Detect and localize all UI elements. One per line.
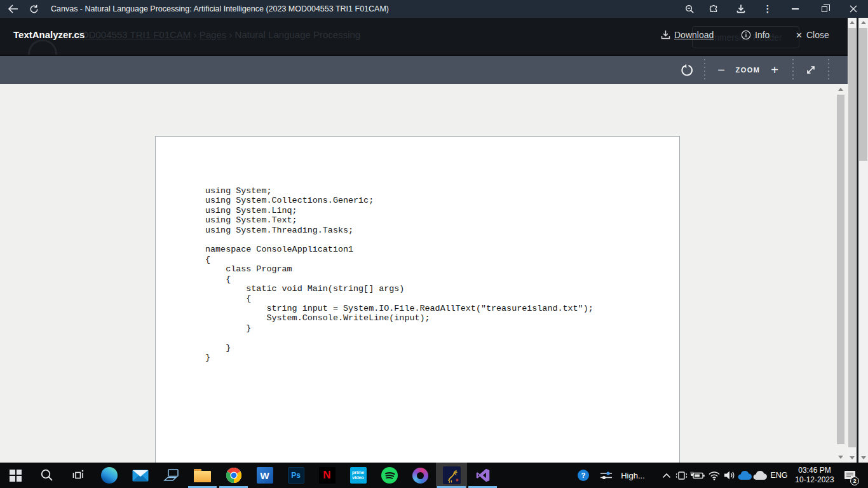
language-indicator[interactable]: ENG xyxy=(768,463,790,488)
taskbar-photoshop-button[interactable]: Ps xyxy=(280,463,311,488)
minimize-button[interactable] xyxy=(780,0,810,18)
taskbar-netflix-button[interactable]: N xyxy=(311,463,342,488)
mail-icon xyxy=(132,470,149,482)
breadcrumb-current: Natural Language Processing xyxy=(235,29,361,40)
info-icon xyxy=(741,30,751,40)
viewer-scrollbar[interactable] xyxy=(836,84,845,463)
close-preview-button[interactable]: ✕ Close xyxy=(796,30,829,40)
battery-tray-button[interactable] xyxy=(689,463,707,488)
scroll-down-icon[interactable] xyxy=(861,456,866,459)
taskbar-prime-video-button[interactable]: prime video xyxy=(342,463,374,488)
file-explorer-icon xyxy=(194,469,211,482)
code-content: using System; using System.Collections.G… xyxy=(156,137,593,362)
hidden-icons-button[interactable] xyxy=(660,463,674,488)
file-title: TextAnalyzer.cs xyxy=(13,29,85,40)
taskbar-spotify-button[interactable] xyxy=(374,463,405,488)
tablet-icon xyxy=(675,470,688,481)
file-preview-header: 2023 MOD004553 TRI1 F01CAM › Pages › Nat… xyxy=(0,18,848,56)
zoom-label: ZOOM xyxy=(735,56,761,84)
bird-app-icon xyxy=(443,466,461,484)
restore-button[interactable] xyxy=(810,0,839,18)
scroll-up-icon[interactable] xyxy=(861,21,866,24)
clock[interactable]: 03:46 PM 10-12-2023 xyxy=(792,463,837,488)
scroll-up-icon[interactable] xyxy=(838,88,843,91)
overlay-scrollbar[interactable] xyxy=(848,18,857,463)
rotate-icon[interactable] xyxy=(677,56,696,84)
scroll-down-icon[interactable] xyxy=(850,456,855,459)
breadcrumb-pages: Pages xyxy=(200,29,227,40)
photoshop-icon: Ps xyxy=(288,467,304,484)
divider xyxy=(828,59,829,81)
minimize-icon xyxy=(792,8,799,9)
notification-badge: 2 xyxy=(850,477,859,485)
info-button[interactable]: Info xyxy=(741,30,770,40)
scroll-down-icon[interactable] xyxy=(838,456,843,459)
expand-icon[interactable] xyxy=(802,56,820,84)
zoom-out-icon[interactable]: − xyxy=(713,56,729,84)
page-scrollbar-thumb[interactable] xyxy=(859,28,867,161)
document-viewer: using System; using System.Collections.G… xyxy=(0,84,848,463)
taskbar-bird-app-button[interactable] xyxy=(436,463,467,488)
menu-dots-icon[interactable]: ⋮ xyxy=(755,0,780,18)
task-view-button[interactable] xyxy=(62,463,93,488)
divider xyxy=(704,59,705,81)
taskbar-laptop-button[interactable] xyxy=(156,463,187,488)
power-slider-icon xyxy=(600,470,613,480)
onedrive-tray-button[interactable] xyxy=(736,463,752,488)
help-icon: ? xyxy=(578,470,589,481)
volume-icon xyxy=(724,470,736,480)
visual-studio-icon xyxy=(475,467,491,484)
microsoft-365-icon xyxy=(412,468,428,484)
download-icon[interactable] xyxy=(727,0,755,18)
close-button[interactable] xyxy=(839,0,868,18)
desktop: Canvas - Natural Language Processing: Ar… xyxy=(0,0,868,488)
task-view-icon xyxy=(72,470,85,481)
divider xyxy=(792,59,794,81)
extensions-icon[interactable] xyxy=(700,0,727,18)
taskbar-mail-button[interactable] xyxy=(125,463,156,488)
viewer-scrollbar-thumb[interactable] xyxy=(837,95,844,444)
power-slider-button[interactable] xyxy=(599,463,614,488)
battery-charging-icon xyxy=(690,471,705,480)
onedrive-icon xyxy=(737,470,752,480)
back-icon[interactable] xyxy=(0,0,25,18)
date: 10-12-2023 xyxy=(795,475,834,485)
start-button[interactable] xyxy=(0,463,31,488)
breadcrumb: 2023 MOD004553 TRI1 F01CAM › Pages › Nat… xyxy=(50,29,360,40)
cloud-icon xyxy=(752,470,767,480)
overlay-scrollbar-thumb[interactable] xyxy=(848,28,856,447)
page-scrollbar[interactable] xyxy=(858,18,868,463)
zoom-in-icon[interactable]: + xyxy=(766,56,783,84)
scroll-up-icon[interactable] xyxy=(850,21,855,24)
taskbar-chrome-button[interactable] xyxy=(218,463,249,488)
tablet-tray-button[interactable] xyxy=(674,463,689,488)
hidden-icons-chevron xyxy=(662,473,671,478)
edge-icon xyxy=(101,467,118,484)
taskbar-microsoft365-button[interactable] xyxy=(405,463,436,488)
wifi-icon xyxy=(708,471,721,480)
taskbar-edge-button[interactable] xyxy=(93,463,125,488)
close-icon xyxy=(850,5,857,13)
taskbar-visual-studio-button[interactable] xyxy=(467,463,498,488)
taskbar-file-explorer-button[interactable] xyxy=(187,463,218,488)
reload-icon[interactable] xyxy=(25,0,42,18)
document-toolbar: − ZOOM + xyxy=(0,56,848,84)
wifi-tray-button[interactable] xyxy=(707,463,722,488)
prime-video-icon: prime video xyxy=(350,467,367,484)
power-mode-label[interactable]: High... xyxy=(616,463,649,488)
download-icon xyxy=(661,30,670,40)
search-icon xyxy=(40,468,54,482)
chrome-icon xyxy=(226,467,242,484)
zoom-indicator-icon[interactable] xyxy=(679,0,700,18)
cloud-tray-button[interactable] xyxy=(751,463,768,488)
volume-tray-button[interactable] xyxy=(722,463,737,488)
browser-titlebar: Canvas - Natural Language Processing: Ar… xyxy=(0,0,868,18)
taskbar-search-button[interactable] xyxy=(31,463,62,488)
close-icon: ✕ xyxy=(796,30,803,40)
help-tray-button[interactable]: ? xyxy=(576,463,591,488)
netflix-icon: N xyxy=(319,467,336,484)
download-file-button[interactable]: Download xyxy=(661,30,714,40)
taskbar-word-button[interactable]: W xyxy=(249,463,280,488)
notification-center-button[interactable]: 2 xyxy=(839,463,860,488)
word-icon: W xyxy=(257,467,273,484)
